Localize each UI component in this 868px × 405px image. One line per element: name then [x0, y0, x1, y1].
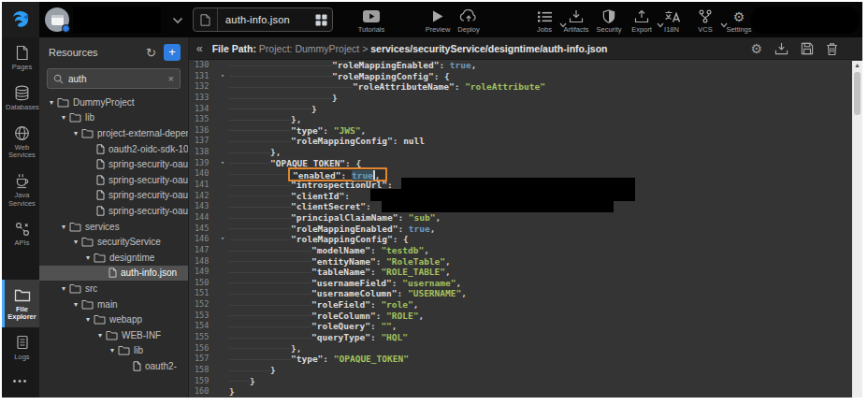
sidebar-item-pages[interactable]: Pages	[2, 37, 39, 78]
sidebar-item-logs[interactable]: Logs	[2, 327, 39, 368]
add-resource-button[interactable]: +	[164, 44, 181, 61]
project-selector[interactable]	[45, 7, 183, 33]
caret-down-icon[interactable]: ▾	[71, 129, 80, 137]
tree-file-spring-security-oau[interactable]: spring-security-oau	[39, 203, 188, 219]
code-line-135[interactable]: 135},	[189, 114, 852, 125]
sidebar-item-databases[interactable]: Databases	[2, 78, 39, 118]
toolbar-deploy-button[interactable]: Deploy	[450, 7, 487, 34]
token: :	[439, 60, 449, 71]
tree-folder-lib[interactable]: ▾lib	[39, 110, 188, 126]
resource-search[interactable]: ×	[47, 68, 181, 89]
code-line-145[interactable]: 145"roleMappingEnabled": true,	[189, 224, 852, 235]
token: ,	[375, 170, 381, 181]
folder-icon	[118, 345, 130, 355]
settings-button[interactable]: ⚙	[750, 41, 762, 56]
tree-folder-services[interactable]: ▾services	[39, 219, 188, 235]
code-line-134[interactable]: 134}	[189, 104, 852, 115]
code-line-131[interactable]: 131▾"roleMappingConfig": {	[189, 71, 852, 82]
tree-label: main	[97, 299, 118, 310]
tree-folder-lib[interactable]: ▾lib	[39, 343, 188, 359]
editor-scrollbar[interactable]: ▲	[852, 61, 862, 398]
code-line-146[interactable]: 146▾"roleMappingConfig": {	[189, 234, 852, 245]
code-line-159[interactable]: 159}	[189, 376, 852, 387]
code-line-151[interactable]: 151"usernameColumn": "USERNAME",	[189, 288, 852, 299]
code-line-158[interactable]: 158}	[189, 365, 852, 376]
caret-down-icon[interactable]: ▾	[71, 300, 80, 309]
caret-down-icon[interactable]: ▾	[108, 346, 117, 354]
caret-down-icon[interactable]: ▾	[59, 113, 68, 122]
download-button[interactable]	[774, 41, 788, 56]
code-line-132[interactable]: 132"roleAttributeName": "roleAttribute"	[189, 81, 852, 93]
fold-arrow-icon[interactable]: ▾	[221, 71, 229, 82]
code-line-156[interactable]: 156},	[189, 343, 852, 354]
tree-folder-project-external-depend[interactable]: ▾project-external-depend	[39, 125, 188, 141]
code-line-147[interactable]: 147"modelName": "testdb",	[189, 245, 852, 256]
scrollbar-thumb[interactable]	[854, 72, 861, 115]
code-line-149[interactable]: 149"tableName": "ROLE_TABLE",	[189, 267, 852, 278]
caret-down-icon[interactable]: ▾	[71, 238, 80, 246]
tree-file-spring-security-oau[interactable]: spring-security-oau	[39, 156, 188, 172]
caret-down-icon[interactable]: ▾	[83, 315, 93, 324]
tree-file-oauth2-[interactable]: oauth2-	[39, 358, 188, 374]
chevron-down-icon[interactable]	[172, 11, 183, 28]
sidebar-item-web-services[interactable]: Web Services	[2, 118, 39, 166]
code-line-155[interactable]: 155"queryType": "HQL"	[189, 332, 852, 343]
toolbar-artifacts-button[interactable]: Artifacts	[557, 7, 595, 34]
tree-folder-web-inf[interactable]: ▾WEB-INF	[39, 327, 188, 343]
caret-down-icon[interactable]: ▾	[59, 223, 68, 231]
tree-folder-main[interactable]: ▾main	[39, 297, 188, 312]
refresh-icon[interactable]: ↻	[146, 47, 156, 59]
search-input[interactable]	[68, 74, 168, 84]
scroll-up-icon[interactable]: ▲	[852, 62, 862, 68]
code-line-160[interactable]: 160}	[189, 386, 852, 398]
sidebar-item-java-services[interactable]: Java Services	[2, 166, 39, 213]
code-line-136[interactable]: 136"type": "JWS",	[189, 125, 852, 137]
caret-down-icon[interactable]: ▾	[83, 253, 93, 262]
tree-file-spring-security-oau[interactable]: spring-security-oau	[39, 172, 188, 188]
code-line-152[interactable]: 152"roleField": "role",	[189, 299, 852, 311]
tree-folder-src[interactable]: ▾src	[39, 281, 188, 297]
tab-auth-info-json[interactable]: auth-info.json	[193, 7, 333, 32]
toolbar-tutorials-button[interactable]: Tutorials	[353, 7, 390, 34]
tree-folder-dummyproject[interactable]: ▾DummyProject	[39, 94, 188, 110]
code-line-143[interactable]: 143"clientSecret":	[189, 201, 852, 212]
code-line-130[interactable]: 130"roleMappingEnabled": true,	[189, 60, 852, 71]
code-line-154[interactable]: 154"roleQuery": "",	[189, 321, 852, 332]
caret-down-icon[interactable]: ▾	[59, 284, 68, 293]
more-options-icon[interactable]: •••	[2, 367, 39, 398]
code-line-153[interactable]: 153"roleColumn": "ROLE",	[189, 311, 852, 322]
tree-folder-designtime[interactable]: ▾designtime	[39, 250, 188, 266]
code-line-150[interactable]: 150"usernameField": "username",	[189, 278, 852, 289]
code-line-157[interactable]: 157"type": "OPAQUE_TOKEN"	[189, 354, 852, 365]
code-line-148[interactable]: 148"entityName": "RoleTable",	[189, 256, 852, 268]
code-line-138[interactable]: 138},	[189, 147, 852, 158]
tree-folder-webapp[interactable]: ▾webapp	[39, 311, 188, 327]
grid-icon[interactable]	[310, 14, 332, 26]
toolbar-vcs-button[interactable]: VCS	[687, 7, 724, 34]
code-line-133[interactable]: 133}	[189, 93, 852, 104]
indent-guide	[229, 224, 250, 235]
toolbar-i18n-button[interactable]: I18N	[653, 7, 690, 34]
save-button[interactable]	[801, 41, 814, 56]
tree-file-spring-security-oau[interactable]: spring-security-oau	[39, 188, 188, 204]
code-line-137[interactable]: 137"roleMappingConfig": null	[189, 136, 852, 147]
catalyst-logo[interactable]	[2, 2, 39, 37]
indent-guide	[229, 311, 250, 322]
caret-down-icon[interactable]: ▾	[95, 331, 105, 340]
code-line-144[interactable]: 144"principalClaimName": "sub",	[189, 212, 852, 224]
code-area[interactable]: 130"roleMappingEnabled": true,131▾"roleM…	[189, 60, 852, 398]
folder-icon	[57, 97, 69, 108]
sidebar-item-apis[interactable]: APIs	[2, 213, 39, 253]
fold-arrow-icon[interactable]: ▾	[221, 234, 229, 245]
sidebar-item-file-explorer[interactable]: File Explorer	[2, 280, 39, 327]
delete-button[interactable]	[826, 41, 838, 56]
collapse-panel-icon[interactable]: «	[196, 42, 203, 55]
fold-arrow-icon[interactable]: ▾	[221, 158, 229, 169]
toolbar-security-button[interactable]: Security	[590, 7, 628, 34]
caret-down-icon[interactable]: ▾	[47, 98, 56, 107]
tree-folder-securityservice[interactable]: ▾securityService	[39, 234, 188, 250]
clear-search-icon[interactable]: ×	[168, 73, 174, 84]
tree-file-auth-info-json[interactable]: auth-info.json	[39, 266, 188, 282]
line-number: 150	[189, 278, 221, 289]
tree-file-oauth2-oidc-sdk-10[interactable]: oauth2-oidc-sdk-10	[39, 141, 188, 157]
